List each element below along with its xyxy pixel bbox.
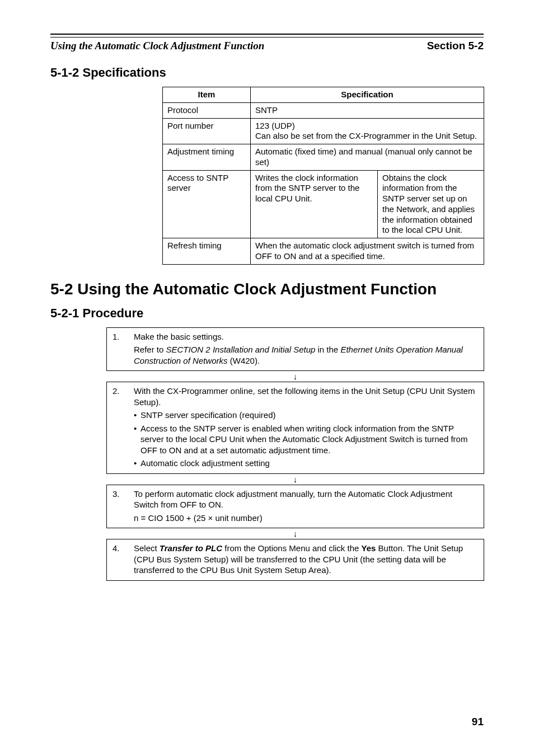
bullet-item: • Automatic clock adjustment setting (134, 458, 478, 469)
table-row: Refresh timing When the automatic clock … (163, 238, 484, 265)
port-line2: Can also be set from the CX-Programmer i… (255, 131, 477, 140)
heading-5-2: 5-2 Using the Automatic Clock Adjustment… (50, 280, 484, 298)
spec-table-wrap: Item Specification Protocol SNTP Port nu… (162, 87, 484, 265)
heading-procedure: 5-2-1 Procedure (50, 306, 484, 321)
bullet-icon: • (134, 410, 140, 421)
cell-adj-value: Automatic (fixed time) and manual (manua… (251, 144, 484, 171)
s1-p-a: Refer to (134, 345, 166, 354)
bullet-text: SNTP server specification (required) (140, 410, 275, 421)
step-number: 1. (113, 331, 134, 342)
table-row: Adjustment timing Automatic (fixed time)… (163, 144, 484, 171)
step-4-box: 4. Select Transfer to PLC from the Optio… (106, 539, 484, 581)
running-header: Using the Automatic Clock Adjustment Fun… (50, 40, 484, 52)
cell-port-label: Port number (163, 118, 251, 144)
port-line1: 123 (UDP) (255, 121, 295, 130)
step-detail: n = CIO 1500 + (25 × unit number) (134, 513, 478, 524)
cell-access-right: Obtains the clock information from the S… (378, 170, 484, 238)
step-text: Select Transfer to PLC from the Options … (134, 543, 478, 576)
step-number: 4. (113, 543, 134, 576)
down-arrow-icon: ↓ (106, 474, 484, 485)
s4-a: Select (134, 543, 160, 553)
th-item: Item (163, 87, 251, 103)
header-rule (50, 34, 484, 37)
step-number: 2. (113, 386, 134, 407)
step-row: 2. With the CX-Programmer online, set th… (113, 386, 478, 407)
step-2-box: 2. With the CX-Programmer online, set th… (106, 382, 484, 474)
cell-access-left: Writes the clock information from the SN… (251, 170, 378, 238)
heading-specifications: 5-1-2 Specifications (50, 65, 484, 80)
step-row: 4. Select Transfer to PLC from the Optio… (113, 543, 478, 576)
page: Using the Automatic Clock Adjustment Fun… (0, 0, 534, 756)
spec-table: Item Specification Protocol SNTP Port nu… (162, 87, 484, 265)
step-detail: Refer to SECTION 2 Installation and Init… (134, 344, 478, 366)
step-row: 1. Make the basic settings. (113, 331, 478, 342)
cell-access-label: Access to SNTP server (163, 170, 251, 238)
down-arrow-icon: ↓ (106, 528, 484, 539)
bullet-icon: • (134, 423, 140, 456)
table-header-row: Item Specification (163, 87, 484, 103)
step-3-box: 3. To perform automatic clock adjustment… (106, 485, 484, 529)
s1-p-e: (W420). (228, 356, 260, 365)
cell-adj-label: Adjustment timing (163, 144, 251, 171)
cell-protocol-label: Protocol (163, 102, 251, 118)
step-row: 3. To perform automatic clock adjustment… (113, 489, 478, 510)
bullet-text: Access to the SNTP server is enabled whe… (140, 423, 478, 456)
running-title: Using the Automatic Clock Adjustment Fun… (50, 40, 264, 52)
table-row: Port number 123 (UDP) Can also be set fr… (163, 118, 484, 144)
s4-c: from the Options Menu and click the (222, 543, 361, 553)
s4-b: Transfer to PLC (160, 543, 222, 553)
bullet-item: • Access to the SNTP server is enabled w… (134, 423, 478, 456)
step-1-box: 1. Make the basic settings. Refer to SEC… (106, 327, 484, 372)
page-number: 91 (472, 716, 484, 728)
bullet-icon: • (134, 458, 140, 469)
step-number: 3. (113, 489, 134, 510)
th-spec: Specification (251, 87, 484, 103)
step-text: With the CX-Programmer online, set the f… (134, 386, 478, 407)
down-arrow-icon: ↓ (106, 371, 484, 382)
s1-p-c: in the (315, 345, 340, 354)
bullet-text: Automatic clock adjustment setting (140, 458, 270, 469)
s4-d: Yes (362, 543, 376, 553)
section-reference: Section 5-2 (427, 40, 484, 52)
cell-refresh-label: Refresh timing (163, 238, 251, 265)
s1-p-b: SECTION 2 Installation and Initial Setup (166, 345, 316, 354)
step-text: To perform automatic clock adjustment ma… (134, 489, 478, 510)
bullet-item: • SNTP server specification (required) (134, 410, 478, 421)
cell-refresh-value: When the automatic clock adjustment swit… (251, 238, 484, 265)
step-text: Make the basic settings. (134, 331, 478, 342)
cell-protocol-value: SNTP (251, 102, 484, 118)
procedure-block: 1. Make the basic settings. Refer to SEC… (106, 327, 484, 581)
cell-port-value: 123 (UDP) Can also be set from the CX-Pr… (251, 118, 484, 144)
table-row: Protocol SNTP (163, 102, 484, 118)
table-row: Access to SNTP server Writes the clock i… (163, 170, 484, 238)
